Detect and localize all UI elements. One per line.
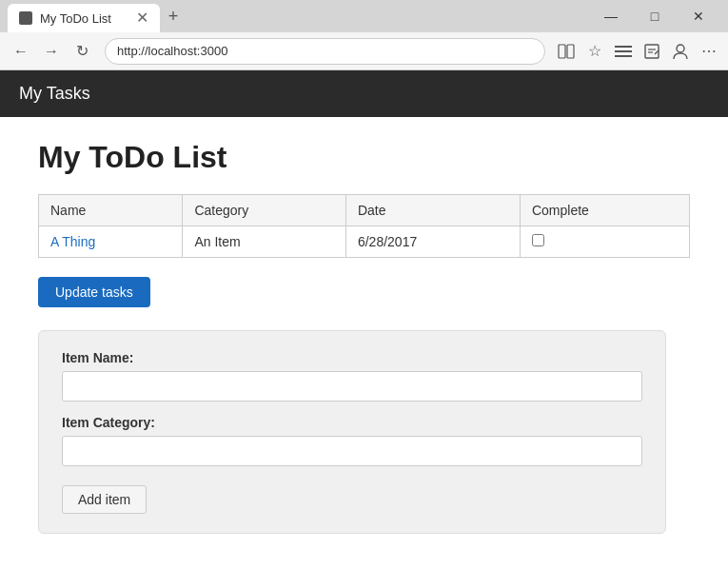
col-header-date: Date xyxy=(345,195,520,226)
notes-icon[interactable] xyxy=(640,40,663,63)
address-bar[interactable]: http://localhost:3000 xyxy=(105,38,545,65)
col-header-complete: Complete xyxy=(520,195,689,226)
back-button[interactable]: ← xyxy=(8,38,34,65)
tab-title: My ToDo List xyxy=(40,11,111,26)
add-item-button[interactable]: Add item xyxy=(62,485,147,514)
nav-icons: ☆ ⋯ xyxy=(555,40,720,63)
item-name-label: Item Name: xyxy=(62,350,642,365)
task-date-cell: 6/28/2017 xyxy=(345,226,520,258)
maximize-button[interactable]: □ xyxy=(633,0,677,32)
active-tab[interactable]: My ToDo List ✕ xyxy=(8,4,160,32)
more-options-icon[interactable]: ⋯ xyxy=(698,40,720,63)
tab-close-button[interactable]: ✕ xyxy=(136,10,148,26)
page-body: My ToDo List Name Category Date Complete… xyxy=(0,117,728,557)
app-header-title: My Tasks xyxy=(19,84,90,103)
page-content: My Tasks My ToDo List Name Category Date… xyxy=(0,70,728,569)
table-row: A Thing An Item 6/28/2017 xyxy=(39,226,690,258)
task-complete-checkbox[interactable] xyxy=(532,234,544,246)
navigation-bar: ← → ↻ http://localhost:3000 ☆ ⋯ xyxy=(0,32,728,70)
item-name-group: Item Name: xyxy=(62,350,642,402)
task-name-cell[interactable]: A Thing xyxy=(39,226,183,258)
account-icon[interactable] xyxy=(669,40,692,63)
update-tasks-button[interactable]: Update tasks xyxy=(38,277,150,307)
forward-button[interactable]: → xyxy=(38,38,65,65)
item-category-label: Item Category: xyxy=(62,415,642,430)
task-complete-cell[interactable] xyxy=(520,226,689,258)
reload-button[interactable]: ↻ xyxy=(69,38,95,65)
task-category-cell: An Item xyxy=(183,226,346,258)
hamburger-menu-icon[interactable] xyxy=(612,40,635,63)
svg-rect-1 xyxy=(567,45,574,58)
svg-rect-0 xyxy=(559,45,565,58)
col-header-category: Category xyxy=(183,195,346,226)
page-title: My ToDo List xyxy=(38,140,690,175)
add-item-form: Item Name: Item Category: Add item xyxy=(38,330,666,534)
reader-icon[interactable] xyxy=(555,40,578,63)
tab-bar: My ToDo List ✕ + — □ ✕ xyxy=(0,0,728,32)
close-button[interactable]: ✕ xyxy=(677,0,720,32)
app-header: My Tasks xyxy=(0,70,728,117)
svg-rect-5 xyxy=(645,45,659,58)
browser-window: My ToDo List ✕ + — □ ✕ ← → ↻ http://loca… xyxy=(0,0,728,569)
task-name-link[interactable]: A Thing xyxy=(50,234,95,249)
svg-point-9 xyxy=(677,45,684,52)
window-controls: — □ ✕ xyxy=(589,0,720,32)
item-name-input[interactable] xyxy=(62,371,642,402)
tab-favicon-icon xyxy=(19,11,32,25)
item-category-group: Item Category: xyxy=(62,415,642,466)
new-tab-button[interactable]: + xyxy=(160,3,187,29)
col-header-name: Name xyxy=(39,195,183,226)
favorites-icon[interactable]: ☆ xyxy=(583,40,606,63)
minimize-button[interactable]: — xyxy=(589,0,633,32)
task-table: Name Category Date Complete A Thing An I… xyxy=(38,194,690,258)
item-category-input[interactable] xyxy=(62,436,642,466)
